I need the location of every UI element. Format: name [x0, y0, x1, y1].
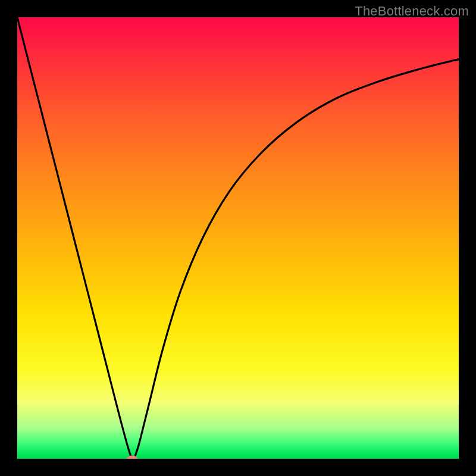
minimum-marker	[127, 456, 137, 459]
watermark-text: TheBottleneck.com	[355, 4, 469, 19]
plot-area	[17, 17, 459, 459]
curve-svg	[17, 17, 459, 459]
bottleneck-curve	[17, 17, 459, 459]
chart-frame: TheBottleneck.com	[0, 0, 476, 476]
